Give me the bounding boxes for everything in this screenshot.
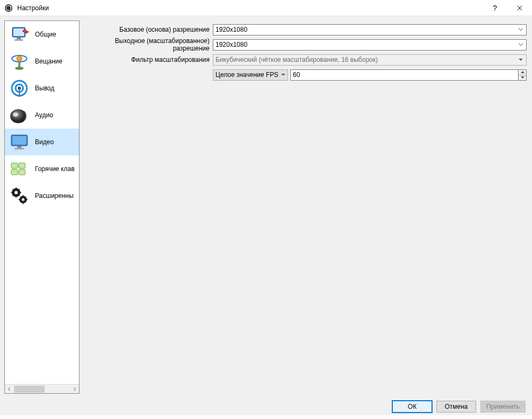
svg-point-8: [17, 56, 22, 61]
svg-point-10: [15, 67, 24, 70]
svg-point-28: [22, 198, 25, 201]
audio-icon: [7, 103, 32, 127]
sidebar-item-hotkeys[interactable]: Горячие клав: [5, 155, 79, 182]
output-resolution-label: Выходное (масштабированное) разрешение: [84, 37, 213, 52]
titlebar: Настройки ?: [0, 0, 532, 16]
svg-point-16: [13, 112, 18, 117]
output-icon: [7, 76, 32, 101]
caret-down-icon: [516, 59, 525, 61]
sidebar-label: Вещание: [35, 58, 62, 65]
sidebar-item-general[interactable]: Общие: [5, 21, 79, 48]
downscale-filter-combo[interactable]: Бикубический (чёткое масштабирование, 16…: [213, 54, 527, 66]
sidebar-item-video[interactable]: Видео: [5, 129, 79, 155]
window-title: Настройки: [17, 4, 49, 12]
video-icon: [7, 130, 32, 154]
chevron-down-icon: [516, 28, 525, 31]
settings-sidebar: Общие Вещание: [4, 20, 80, 394]
spin-up-button[interactable]: [519, 70, 526, 75]
scrollbar-thumb[interactable]: [14, 386, 45, 393]
caret-down-icon: [281, 74, 285, 76]
svg-rect-6: [15, 39, 23, 41]
svg-rect-4: [13, 29, 24, 36]
svg-rect-9: [18, 61, 20, 67]
sidebar-item-audio[interactable]: Аудио: [5, 102, 79, 129]
sidebar-horizontal-scrollbar[interactable]: [5, 384, 79, 393]
svg-rect-20: [15, 148, 24, 150]
svg-point-15: [10, 109, 26, 123]
sidebar-label: Расширенны: [35, 192, 74, 200]
base-resolution-combo[interactable]: 1920x1080: [213, 24, 527, 35]
video-settings-panel: Базовое (основа) разрешение 1920x1080 Вы…: [83, 20, 528, 394]
sidebar-item-stream[interactable]: Вещание: [5, 48, 79, 75]
hotkeys-icon: [7, 157, 32, 181]
sidebar-item-output[interactable]: Вывод: [5, 75, 79, 102]
fps-type-combo[interactable]: Целое значение FPS: [213, 69, 288, 81]
downscale-filter-label: Фильтр масштабирования: [84, 56, 213, 63]
base-resolution-label: Базовое (основа) разрешение: [84, 26, 213, 33]
help-button[interactable]: ?: [483, 0, 507, 16]
fps-value-input[interactable]: [290, 69, 518, 81]
dialog-footer: ОК Отмена Применить: [0, 398, 532, 415]
scroll-left-icon[interactable]: [5, 385, 14, 393]
ok-button[interactable]: ОК: [392, 401, 432, 413]
svg-rect-19: [17, 146, 21, 148]
chevron-down-icon: [516, 43, 525, 46]
sidebar-label: Видео: [35, 138, 54, 146]
fps-value-spinbox[interactable]: [290, 69, 527, 81]
svg-rect-5: [17, 37, 21, 39]
obs-logo-icon: [4, 4, 13, 12]
stream-icon: [7, 49, 32, 74]
advanced-icon: [7, 183, 32, 208]
close-button[interactable]: [507, 0, 532, 16]
sidebar-label: Вывод: [35, 84, 54, 92]
svg-rect-23: [11, 169, 18, 175]
output-resolution-combo[interactable]: 1920x1080: [213, 39, 527, 51]
svg-rect-24: [19, 169, 25, 175]
spin-down-button[interactable]: [519, 75, 526, 80]
svg-rect-18: [12, 136, 26, 145]
svg-rect-14: [19, 88, 20, 97]
sidebar-item-advanced[interactable]: Расширенны: [5, 182, 79, 209]
sidebar-label: Горячие клав: [35, 165, 75, 173]
apply-button[interactable]: Применить: [480, 401, 526, 413]
scroll-right-icon[interactable]: [70, 385, 79, 393]
sidebar-label: Аудио: [35, 111, 53, 119]
general-icon: [7, 22, 32, 47]
sidebar-label: Общие: [35, 31, 56, 38]
cancel-button[interactable]: Отмена: [436, 401, 476, 413]
svg-rect-21: [11, 163, 18, 168]
svg-point-26: [15, 191, 18, 194]
svg-rect-22: [19, 163, 25, 168]
